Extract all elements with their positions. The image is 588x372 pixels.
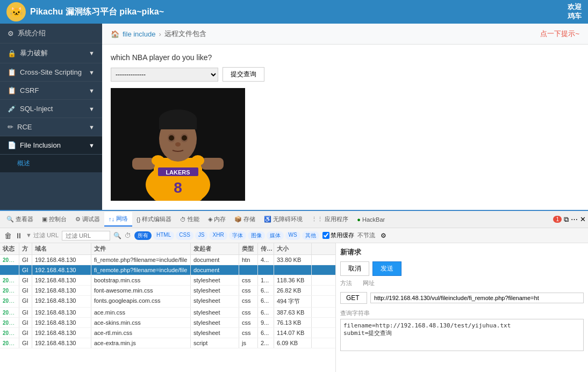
row-method: GI [19,265,32,275]
throttle-select[interactable]: 不节流 [357,231,375,239]
row-initiator: stylesheet [191,308,239,317]
row-type: js [239,338,258,348]
search-icon[interactable]: 🔍 [113,232,121,239]
tab-console[interactable]: ▣ 控制台 [38,213,71,226]
svg-point-12 [169,135,174,141]
chevron-down-icon-file: ▼ [89,142,95,149]
perf-icon: ⏱ [180,216,186,223]
inject-icon: 💉 [8,105,16,113]
rce-icon: ✏ [8,123,13,131]
row-initiator: script [191,338,239,348]
app-title: Pikachu 漏洞练习平台 pika~pika~ [30,6,164,18]
disable-cache-label[interactable]: 禁用缓存 [322,231,354,239]
tab-style-editor[interactable]: {} 样式编辑器 [132,213,176,226]
filter-images[interactable]: 图像 [248,231,265,240]
row-file: font-awesome.min.css [91,286,191,295]
sidebar-item-intro[interactable]: ⚙ 系统介绍 [0,24,102,43]
table-row[interactable]: 200 🔧 GI 192.168.48.130 fonts.googleapis… [0,296,335,308]
table-row[interactable]: 200 🔧 GI 192.168.48.130 ace-rtl.min.css … [0,328,335,338]
devtools: 🔍 查看器 ▣ 控制台 ⚙ 调试器 ↑↓ 网络 {} 样式编辑器 ⏱ 性能 ◈ … [0,210,588,372]
tab-memory[interactable]: ◈ 内存 [204,213,230,226]
debugger-icon: ⚙ [75,216,81,223]
row-status: 200 🔧 [0,338,19,348]
request-panel: 新请求 取消 发送 方法 网址 GET http://192.168.48.13… [336,243,588,372]
filter-js[interactable]: JS [195,231,208,240]
row-method: GI [19,286,32,295]
filter-html[interactable]: HTML [153,231,174,240]
submit-button[interactable]: 提交查询 [223,67,264,82]
row-transfer: 1... [258,275,274,285]
filter-css[interactable]: CSS [176,231,193,240]
logo-icon: 🐱 [6,2,26,21]
filter-xhr[interactable]: XHR [209,231,227,240]
player-select[interactable]: -------------- [111,68,218,82]
query-textarea[interactable]: filename=http://192.168.48.130/test/yiju… [340,319,584,351]
disable-cache-checkbox[interactable] [322,232,329,239]
sidebar-item-fileinclusion[interactable]: 📄 File Inclusion ▼ [0,136,102,155]
row-type: css [239,286,258,295]
sidebar-item-sqlinject[interactable]: 💉 SQL-Inject ▼ [0,100,102,118]
table-row[interactable]: 200 🔧 GI 192.168.48.130 font-awesome.min… [0,286,335,296]
sidebar-item-csrf[interactable]: 📋 CSRF ▼ [0,82,102,100]
delete-icon[interactable]: 🗑 [4,231,12,240]
cancel-button[interactable]: 取消 [340,261,369,276]
sidebar-item-rce[interactable]: ✏ RCE ▼ [0,118,102,136]
col-header-initiator: 发起者 [191,243,239,254]
pause-icon[interactable]: ⏸ [15,231,23,240]
filter-fonts[interactable]: 字体 [229,231,246,240]
close-icon[interactable]: ✕ [580,215,586,223]
tab-storage[interactable]: 📦 存储 [230,213,260,226]
tab-performance[interactable]: ⏱ 性能 [176,213,204,226]
hint-link[interactable]: 点一下提示~ [540,29,579,39]
send-button[interactable]: 发送 [372,261,401,276]
clock-icon: ⏱ [125,232,131,239]
hackbar-dot-icon: ● [357,216,361,223]
settings-icon[interactable]: ⚙ [381,232,386,239]
filter-media[interactable]: 媒体 [267,231,284,240]
tab-application[interactable]: ⋮⋮ 应用程序 [307,213,353,226]
filter-other[interactable]: 其他 [302,231,319,240]
more-icon[interactable]: ⋯ [571,215,578,223]
svg-point-18 [191,155,204,166]
row-file: ace-extra.min.js [91,338,191,348]
table-row[interactable]: 200 🔧 GI 192.168.48.130 bootstrap.min.cs… [0,275,335,286]
sidebar-sub-item-overview[interactable]: 概述 [0,155,102,173]
sidebar-item-xss[interactable]: 📋 Cross-Site Scripting ▼ [0,63,102,82]
url-box: http://192.168.48.130/vul/fileinclude/fi… [370,293,584,303]
row-status: 200 🔧 [0,286,19,295]
tab-inspector[interactable]: 🔍 查看器 [2,213,38,226]
table-row[interactable]: 200 🔧 GI 192.168.48.130 fi_remote.php?fi… [0,255,335,265]
filter-url-input[interactable] [62,231,110,240]
content-area: 🏠 file include › 远程文件包含 点一下提示~ which NBA… [102,24,588,210]
row-initiator: stylesheet [191,318,239,327]
row-size: 33.80 KB [274,255,312,265]
filter-all[interactable]: 所有 [134,231,152,240]
row-domain: 192.168.48.130 [32,265,91,275]
breadcrumb-fileinclude[interactable]: file include [123,30,155,38]
filter-ws[interactable]: WS [285,231,300,240]
url-label: 网址 [363,279,375,287]
svg-text:8: 8 [174,179,182,196]
row-transfer: 6... [258,308,274,317]
table-row[interactable]: GI 192.168.48.130 fi_remote.php?filename… [0,265,335,275]
copy-icon[interactable]: ⧉ [564,215,569,224]
row-method: GI [19,328,32,338]
sidebar-item-bruteforce[interactable]: 🔒 暴力破解 ▼ [0,43,102,63]
tab-hackbar[interactable]: ● HackBar [353,214,389,225]
tab-debugger[interactable]: ⚙ 调试器 [71,213,104,226]
page-controls: -------------- 提交查询 [111,67,579,82]
row-transfer: 2... [258,338,274,348]
table-row[interactable]: 200 🔧 GI 192.168.48.130 ace-skins.min.cs… [0,318,335,328]
row-type [239,265,258,275]
table-row[interactable]: 200 🔧 GI 192.168.48.130 ace.min.css styl… [0,308,335,318]
tab-network[interactable]: ↑↓ 网络 [104,212,132,227]
row-method: GI [19,318,32,327]
devtools-tabs: 🔍 查看器 ▣ 控制台 ⚙ 调试器 ↑↓ 网络 {} 样式编辑器 ⏱ 性能 ◈ … [0,211,588,228]
table-row[interactable]: 200 🔧 GI 192.168.48.130 ace-extra.min.js… [0,338,335,348]
breadcrumb-current: 远程文件包含 [164,29,206,39]
tab-accessibility[interactable]: ♿ 无障碍环境 [260,213,307,226]
filter-icon: ▼ 过滤 URL [26,231,59,239]
welcome-line1: 欢迎 [568,3,582,12]
network-icon: ↑↓ [109,216,114,222]
row-domain: 192.168.48.130 [32,255,91,265]
